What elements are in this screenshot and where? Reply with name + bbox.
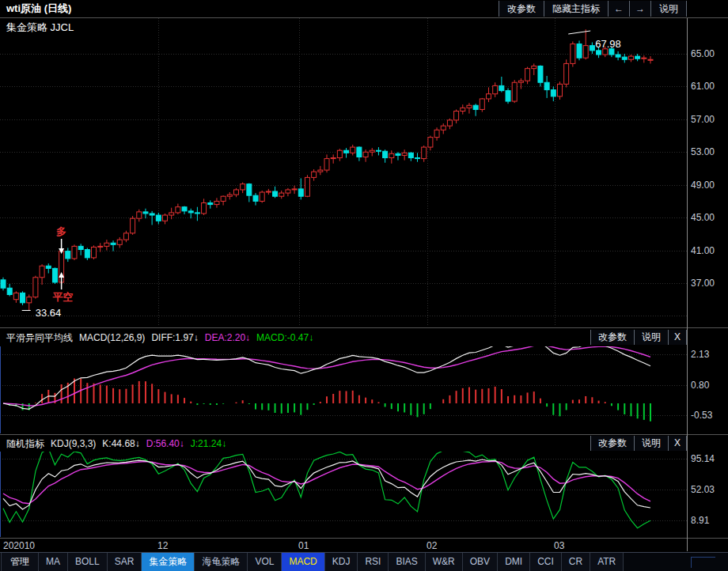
price-axis-label: 45.00 — [691, 212, 715, 223]
tab-wr[interactable]: W&R — [426, 553, 463, 571]
signal-annotations: 多平空33.6467.98 — [22, 31, 621, 319]
tab-cr[interactable]: CR — [562, 553, 590, 571]
k-line — [3, 459, 650, 509]
close-short-signal-label: 平空 — [53, 291, 74, 303]
candles-layer — [1, 29, 653, 311]
instrument-title: wti原油 (日线) — [6, 0, 71, 17]
kdj-d-value: D:56.40↓ — [146, 438, 184, 449]
tab-ma[interactable]: MA — [39, 553, 68, 571]
kdj-j-value: J:21.24↓ — [191, 438, 226, 449]
kdj-layer — [3, 448, 650, 528]
macd-axis-label: 2.13 — [691, 349, 709, 360]
trading-app-window: 多平空33.6467.98 wti原油 (日线) 改参数 隐藏主指标 ← → 说… — [0, 0, 728, 571]
high-marker — [568, 31, 590, 34]
macd-formula-label: MACD(12,26,9) — [79, 332, 145, 343]
low-price-label: 33.64 — [36, 307, 62, 319]
macd-value: MACD:-0.47↓ — [256, 332, 313, 343]
kdj-panel-buttons: 改参数 说明 X — [590, 436, 687, 451]
macd-dea-value: DEA:2.20↓ — [205, 332, 250, 343]
title-bar: wti原油 (日线) 改参数 隐藏主指标 ← → 说明 — [0, 0, 728, 18]
date-axis-label: 01 — [298, 540, 309, 551]
kdj-panel-title: 随机指标 — [6, 437, 44, 451]
macd-axis-label: 0.80 — [691, 380, 709, 391]
arrow-right-icon: → — [635, 3, 645, 14]
kdj-axis-label: 95.14 — [691, 453, 715, 464]
price-axis-label: 49.00 — [691, 180, 715, 191]
indicator-tab-bar: 管理MABOLLSAR集金策略海龟策略VOLMACDKDJRSIBIASW&RO… — [0, 552, 728, 571]
tab-jjcl-strategy[interactable]: 集金策略 — [142, 553, 195, 571]
price-gridlines — [0, 55, 687, 316]
tab-atr[interactable]: ATR — [590, 553, 624, 571]
tab-turtle-strategy[interactable]: 海龟策略 — [195, 553, 248, 571]
macd-panel-buttons: 改参数 说明 X — [590, 330, 687, 345]
tab-bias[interactable]: BIAS — [389, 553, 425, 571]
price-axis-label: 57.00 — [691, 114, 715, 125]
macd-axis-label: -0.53 — [691, 410, 712, 421]
tab-macd[interactable]: MACD — [282, 553, 324, 571]
kdj-help-button[interactable]: 说明 — [634, 436, 668, 451]
macd-diff-value: DIFF:1.97↓ — [151, 332, 198, 343]
kdj-axis-label: 52.03 — [691, 484, 715, 495]
kdj-k-value: K:44.68↓ — [102, 438, 139, 449]
tab-kdj[interactable]: KDJ — [325, 553, 358, 571]
macd-close-button[interactable]: X — [668, 330, 686, 345]
price-axis-label: 53.00 — [691, 146, 715, 157]
date-axis-label: 202010 — [3, 540, 35, 551]
j-line — [3, 448, 650, 528]
kdj-change-params-button[interactable]: 改参数 — [590, 436, 634, 451]
change-params-button[interactable]: 改参数 — [499, 1, 544, 17]
kdj-axis-label: 8.91 — [691, 515, 709, 526]
macd-panel-header: 平滑异同平均线MACD(12,26,9)DIFF:1.97↓DEA:2.20↓M… — [0, 329, 687, 346]
price-axis-label: 61.00 — [691, 81, 715, 92]
macd-panel-title: 平滑异同平均线 — [6, 331, 73, 345]
tab-manage[interactable]: 管理 — [1, 553, 39, 571]
resize-grip-icon — [691, 557, 715, 568]
kdj-close-button[interactable]: X — [668, 436, 686, 451]
axis-lines — [0, 18, 728, 551]
long-signal-label: 多 — [56, 225, 66, 237]
high-price-label: 67.98 — [595, 38, 621, 50]
tab-dmi[interactable]: DMI — [498, 553, 530, 571]
tab-rsi[interactable]: RSI — [358, 553, 389, 571]
prev-period-button[interactable]: ← — [608, 1, 629, 17]
arrow-left-icon: ← — [614, 3, 624, 14]
kdj-panel-header: 随机指标KDJ(9,3,3)K:44.68↓D:56.40↓J:21.24↓ — [0, 435, 687, 452]
tab-boll[interactable]: BOLL — [68, 553, 108, 571]
strategy-label: 集金策略 JJCL — [6, 21, 74, 35]
macd-layer — [3, 340, 650, 422]
chart-canvas: 多平空33.6467.98 — [0, 0, 728, 571]
price-axis-label: 37.00 — [691, 278, 715, 289]
tab-obv[interactable]: OBV — [463, 553, 498, 571]
hide-main-indicator-button[interactable]: 隐藏主指标 — [544, 1, 608, 17]
title-bar-buttons: 改参数 隐藏主指标 ← → 说明 — [499, 1, 687, 17]
next-period-button[interactable]: → — [629, 1, 650, 17]
tab-cci[interactable]: CCI — [530, 553, 562, 571]
help-button[interactable]: 说明 — [650, 1, 686, 17]
date-axis-label: 12 — [157, 540, 168, 551]
macd-change-params-button[interactable]: 改参数 — [590, 330, 634, 345]
tab-vol[interactable]: VOL — [248, 553, 282, 571]
price-axis-label: 41.00 — [691, 245, 715, 256]
kdj-formula-label: KDJ(9,3,3) — [51, 438, 96, 449]
price-axis-label: 65.00 — [691, 48, 715, 59]
macd-help-button[interactable]: 说明 — [634, 330, 668, 345]
month-gridlines — [159, 18, 555, 327]
date-axis-label: 03 — [554, 540, 564, 551]
tab-sar[interactable]: SAR — [108, 553, 142, 571]
date-axis-label: 02 — [427, 540, 437, 551]
